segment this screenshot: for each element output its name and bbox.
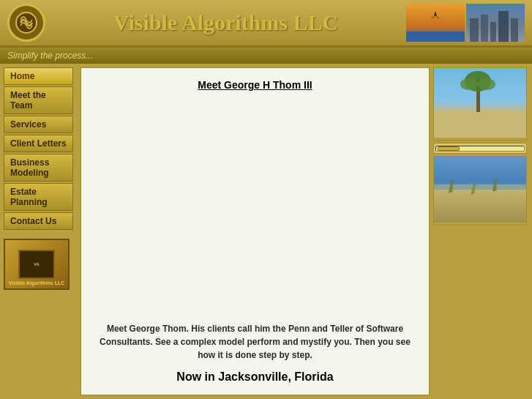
- sidebar-item-estate-planning[interactable]: Estate Planning: [4, 183, 73, 211]
- sidebar: Home Meet the Team Services Client Lette…: [0, 64, 77, 399]
- sidebar-item-services[interactable]: Services: [4, 116, 73, 133]
- svg-rect-7: [498, 11, 509, 42]
- sidebar-logo-label: Visible Algorithms LLC: [5, 280, 68, 286]
- company-name: Visible Algorithms LLC: [45, 10, 406, 35]
- main-content: Meet George H Thom III Meet George Thom.…: [80, 67, 430, 395]
- svg-rect-6: [490, 22, 496, 42]
- location-heading: Now in Jacksonville, Florida: [176, 370, 333, 384]
- beach-svg-2: [434, 157, 527, 223]
- page-title: Meet George H Thom III: [198, 79, 312, 91]
- content-wrapper: Meet George H Thom III Meet George Thom.…: [77, 64, 532, 399]
- main-layout: Home Meet the Team Services Client Lette…: [0, 64, 532, 399]
- sidebar-logo-icon-text: VA: [34, 262, 40, 266]
- header-images: [406, 4, 525, 42]
- bird-image-svg: [406, 4, 465, 42]
- sidebar-item-meet-team[interactable]: Meet the Team: [4, 86, 73, 114]
- svg-rect-4: [470, 18, 479, 42]
- sidebar-item-client-letters[interactable]: Client Letters: [4, 135, 73, 152]
- beach-svg-1: [434, 68, 527, 138]
- sidebar-logo: VA Visible Algorithms LLC: [4, 239, 70, 290]
- svg-rect-11: [434, 101, 527, 110]
- city-image-svg: [466, 4, 525, 42]
- sidebar-item-home[interactable]: Home: [4, 67, 73, 85]
- scrollbar-thumb: [438, 146, 460, 151]
- svg-point-14: [460, 78, 478, 90]
- scrollbar[interactable]: [433, 143, 527, 154]
- right-panel: [433, 67, 528, 395]
- scrollbar-track: [435, 146, 525, 152]
- sidebar-logo-inner: VA: [18, 250, 55, 279]
- svg-rect-5: [481, 15, 488, 42]
- tagline-bar: Simplify the process...: [0, 48, 532, 64]
- svg-point-15: [478, 78, 495, 90]
- svg-rect-18: [434, 182, 527, 190]
- tagline-text: Simplify the process...: [7, 51, 93, 61]
- svg-rect-8: [511, 18, 518, 42]
- svg-rect-2: [406, 31, 465, 42]
- header: Visible Algorithms LLC: [0, 0, 532, 48]
- beach-image-2: [433, 156, 527, 225]
- beach-image-1: [433, 67, 527, 141]
- header-image-city: [466, 4, 525, 42]
- logo-icon: [7, 4, 45, 42]
- svg-rect-17: [434, 184, 527, 223]
- header-image-bird: [406, 4, 465, 42]
- sidebar-item-business-modeling[interactable]: Business Modeling: [4, 154, 73, 182]
- body-text: Meet George Thom. His clients call him t…: [92, 315, 418, 362]
- logo-svg: [15, 11, 38, 34]
- sidebar-item-contact-us[interactable]: Contact Us: [4, 212, 73, 230]
